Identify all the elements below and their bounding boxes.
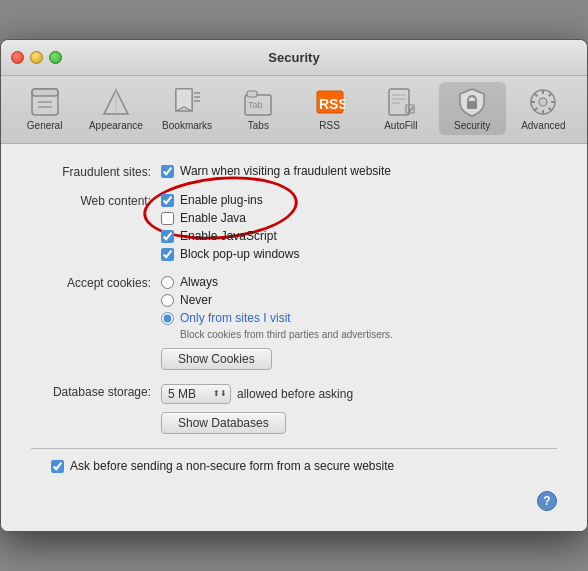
block-popups-label: Block pop-up windows bbox=[180, 247, 299, 261]
window-title: Security bbox=[268, 50, 319, 65]
toolbar-item-tabs[interactable]: Tab Tabs bbox=[225, 82, 292, 135]
cookies-only-label: Only from sites I visit bbox=[180, 311, 291, 325]
enable-java-label: Enable Java bbox=[180, 211, 246, 225]
toolbar-item-advanced[interactable]: Advanced bbox=[510, 82, 577, 135]
cookies-only-row: Only from sites I visit bbox=[161, 311, 557, 325]
enable-plugins-checkbox[interactable] bbox=[161, 194, 174, 207]
svg-line-29 bbox=[535, 108, 538, 111]
cookies-label: Accept cookies: bbox=[31, 275, 161, 290]
block-popups-row: Block pop-up windows bbox=[161, 247, 557, 261]
fraudulent-label: Fraudulent sites: bbox=[31, 164, 161, 179]
webcontent-label: Web content: bbox=[31, 193, 161, 208]
close-button[interactable] bbox=[11, 51, 24, 64]
svg-rect-11 bbox=[247, 91, 257, 97]
fraudulent-checkbox-row: Warn when visiting a fraudulent website bbox=[161, 164, 557, 178]
autofill-icon bbox=[385, 86, 417, 118]
enable-java-checkbox[interactable] bbox=[161, 212, 174, 225]
advanced-icon bbox=[527, 86, 559, 118]
database-suffix: allowed before asking bbox=[237, 387, 353, 401]
cookies-never-row: Never bbox=[161, 293, 557, 307]
show-cookies-button[interactable]: Show Cookies bbox=[161, 348, 272, 370]
enable-plugins-row: Enable plug-ins bbox=[161, 193, 557, 207]
database-content: 5 MB 10 MB 25 MB 50 MB allowed before as… bbox=[161, 384, 557, 434]
cookies-never-label: Never bbox=[180, 293, 212, 307]
show-databases-button[interactable]: Show Databases bbox=[161, 412, 286, 434]
security-icon bbox=[456, 86, 488, 118]
tabs-label: Tabs bbox=[248, 120, 269, 131]
cookies-content: Always Never Only from sites I visit Blo… bbox=[161, 275, 557, 370]
rss-label: RSS bbox=[319, 120, 340, 131]
cookies-sub: Block cookies from third parties and adv… bbox=[180, 329, 557, 340]
maximize-button[interactable] bbox=[49, 51, 62, 64]
toolbar-item-general[interactable]: General bbox=[11, 82, 78, 135]
fraudulent-text: Warn when visiting a fraudulent website bbox=[180, 164, 391, 178]
appearance-icon bbox=[100, 86, 132, 118]
fraudulent-content: Warn when visiting a fraudulent website bbox=[161, 164, 557, 178]
nonsecure-form-row: Ask before sending a non-secure form fro… bbox=[51, 459, 557, 473]
cookies-always-radio[interactable] bbox=[161, 276, 174, 289]
enable-javascript-label: Enable JavaScript bbox=[180, 229, 277, 243]
security-label: Security bbox=[454, 120, 490, 131]
divider bbox=[31, 448, 557, 449]
autofill-label: AutoFill bbox=[384, 120, 417, 131]
nonsecure-form-label: Ask before sending a non-secure form fro… bbox=[70, 459, 394, 473]
svg-point-21 bbox=[539, 98, 547, 106]
cookies-always-row: Always bbox=[161, 275, 557, 289]
rss-icon: RSS bbox=[314, 86, 346, 118]
svg-rect-19 bbox=[467, 101, 477, 109]
toolbar-item-appearance[interactable]: Appearance bbox=[82, 82, 149, 135]
database-section: Database storage: 5 MB 10 MB 25 MB 50 MB… bbox=[31, 384, 557, 434]
fraudulent-section: Fraudulent sites: Warn when visiting a f… bbox=[31, 164, 557, 179]
svg-line-27 bbox=[549, 108, 552, 111]
appearance-label: Appearance bbox=[89, 120, 143, 131]
minimize-button[interactable] bbox=[30, 51, 43, 64]
webcontent-section: Web content: Enable plug-ins Enable Java… bbox=[31, 193, 557, 261]
cookies-only-radio[interactable] bbox=[161, 312, 174, 325]
tabs-icon: Tab bbox=[242, 86, 274, 118]
toolbar: General Appearance Bookma bbox=[1, 76, 587, 144]
database-size-wrapper: 5 MB 10 MB 25 MB 50 MB bbox=[161, 384, 231, 404]
toolbar-item-autofill[interactable]: AutoFill bbox=[367, 82, 434, 135]
database-size-select[interactable]: 5 MB 10 MB 25 MB 50 MB bbox=[161, 384, 231, 404]
nonsecure-form-checkbox[interactable] bbox=[51, 460, 64, 473]
toolbar-item-bookmarks[interactable]: Bookmarks bbox=[154, 82, 221, 135]
cookies-always-label: Always bbox=[180, 275, 218, 289]
svg-line-26 bbox=[535, 94, 538, 97]
cookies-section: Accept cookies: Always Never Only from s… bbox=[31, 275, 557, 370]
cookies-never-radio[interactable] bbox=[161, 294, 174, 307]
enable-plugins-label: Enable plug-ins bbox=[180, 193, 263, 207]
svg-marker-6 bbox=[176, 89, 192, 111]
window-controls bbox=[11, 51, 62, 64]
titlebar: Security bbox=[1, 40, 587, 76]
block-popups-checkbox[interactable] bbox=[161, 248, 174, 261]
svg-text:RSS: RSS bbox=[319, 96, 345, 112]
toolbar-item-security[interactable]: Security bbox=[439, 82, 506, 135]
bookmarks-label: Bookmarks bbox=[162, 120, 212, 131]
advanced-label: Advanced bbox=[521, 120, 565, 131]
enable-javascript-row: Enable JavaScript bbox=[161, 229, 557, 243]
settings-window: Security General Appearance bbox=[0, 39, 588, 532]
webcontent-content: Enable plug-ins Enable Java Enable JavaS… bbox=[161, 193, 557, 261]
enable-javascript-checkbox[interactable] bbox=[161, 230, 174, 243]
general-icon bbox=[29, 86, 61, 118]
bookmarks-icon bbox=[171, 86, 203, 118]
general-label: General bbox=[27, 120, 63, 131]
enable-java-row: Enable Java bbox=[161, 211, 557, 225]
svg-text:Tab: Tab bbox=[248, 100, 263, 110]
svg-line-28 bbox=[549, 94, 552, 97]
fraudulent-checkbox[interactable] bbox=[161, 165, 174, 178]
database-label: Database storage: bbox=[31, 384, 161, 399]
help-button[interactable]: ? bbox=[537, 491, 557, 511]
toolbar-item-rss[interactable]: RSS RSS bbox=[296, 82, 363, 135]
svg-rect-1 bbox=[32, 89, 58, 96]
settings-content: Fraudulent sites: Warn when visiting a f… bbox=[1, 144, 587, 531]
